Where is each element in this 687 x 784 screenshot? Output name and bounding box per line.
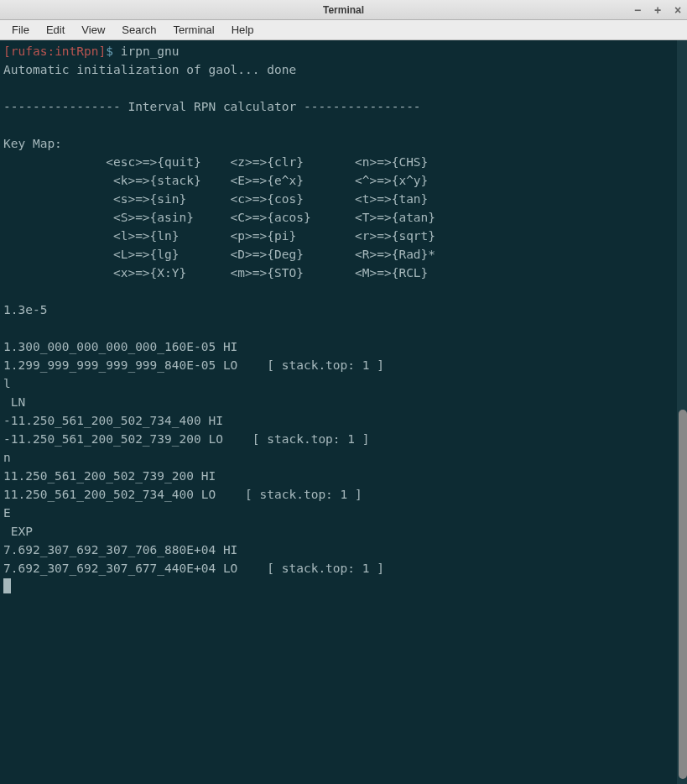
keymap-row-7: <x>=>{X:Y} <m>=>{STO} <M>=>{RCL} — [3, 266, 428, 280]
keymap-header: Key Map: — [3, 137, 62, 150]
result-4-lo: 7.692_307_692_307_677_440E+04 LO [ stack… — [3, 562, 384, 575]
prompt-host: rufas — [11, 44, 48, 58]
maximize-button[interactable]: + — [652, 4, 664, 16]
result-1-hi: 1.300_000_000_000_000_160E-05 HI — [3, 340, 237, 353]
menu-help[interactable]: Help — [223, 22, 263, 38]
window-controls: − + × — [632, 0, 684, 19]
menu-search[interactable]: Search — [113, 22, 164, 38]
result-2-lo: -11.250_561_200_502_739_200 LO [ stack.t… — [3, 432, 370, 446]
user-input-n: n — [3, 451, 11, 464]
menubar: File Edit View Search Terminal Help — [0, 20, 687, 40]
keymap-row-3: <s>=>{sin} <c>=>{cos} <t>=>{tan} — [3, 192, 428, 206]
user-input-e: E — [3, 506, 11, 520]
prompt-colon: : — [47, 44, 55, 58]
op-ln: LN — [3, 395, 25, 409]
close-button[interactable]: × — [672, 4, 684, 16]
keymap-row-2: <k>=>{stack} <E>=>{e^x} <^>=>{x^y} — [3, 174, 428, 187]
scrollbar[interactable] — [677, 40, 687, 784]
prompt-close: ] — [99, 44, 107, 58]
prompt-path: intRpn — [55, 44, 98, 58]
menu-edit[interactable]: Edit — [38, 22, 73, 38]
prompt-open: [ — [3, 44, 11, 58]
user-input-1: 1.3e-5 — [3, 303, 47, 316]
output-separator: ---------------- Interval RPN calculator… — [3, 100, 421, 113]
scroll-thumb[interactable] — [679, 410, 687, 779]
keymap-row-4: <S>=>{asin} <C>=>{acos} <T>=>{atan} — [3, 211, 435, 224]
keymap-row-6: <L>=>{lg} <D>=>{Deg} <R>=>{Rad}* — [3, 248, 435, 261]
prompt-symbol: $ — [106, 44, 113, 58]
result-2-hi: -11.250_561_200_502_734_400 HI — [3, 414, 223, 427]
result-1-lo: 1.299_999_999_999_999_840E-05 LO [ stack… — [3, 358, 384, 372]
menu-view[interactable]: View — [73, 22, 113, 38]
keymap-row-1: <esc>=>{quit} <z>=>{clr} <n>=>{CHS} — [3, 155, 428, 169]
user-input-l: l — [3, 377, 11, 390]
result-4-hi: 7.692_307_692_307_706_880E+04 HI — [3, 543, 237, 557]
result-3-hi: 11.250_561_200_502_739_200 HI — [3, 469, 216, 483]
menu-file[interactable]: File — [3, 22, 38, 38]
window-titlebar: Terminal − + × — [0, 0, 687, 20]
output-init: Automatic initialization of gaol... done — [3, 63, 296, 76]
result-3-lo: 11.250_561_200_502_734_400 LO [ stack.to… — [3, 488, 362, 501]
keymap-row-5: <l>=>{ln} <p>=>{pi} <r>=>{sqrt} — [3, 229, 435, 243]
op-exp: EXP — [3, 525, 33, 538]
minimize-button[interactable]: − — [632, 4, 643, 16]
window-title: Terminal — [323, 4, 364, 16]
command-text: irpn_gnu — [121, 44, 180, 58]
terminal-cursor — [3, 578, 11, 593]
menu-terminal[interactable]: Terminal — [165, 22, 223, 38]
terminal-area[interactable]: [rufas:intRpn]$ irpn_gnu Automatic initi… — [0, 40, 687, 784]
